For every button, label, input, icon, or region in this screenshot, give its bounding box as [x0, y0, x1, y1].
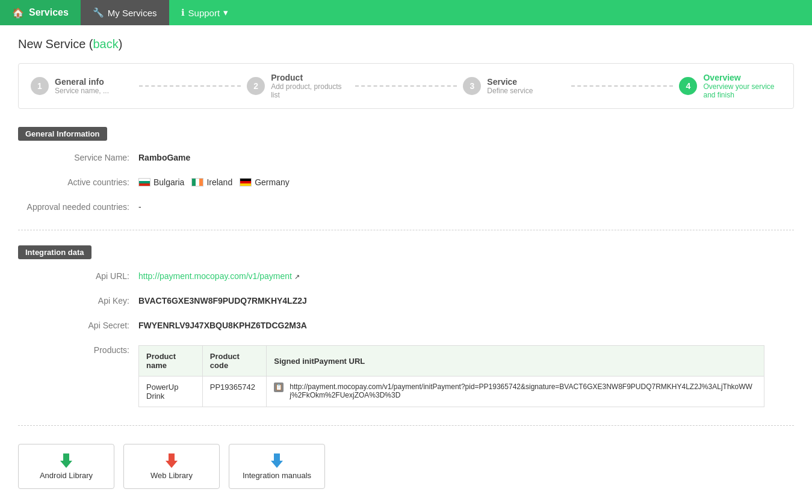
- support-chevron-icon: ▾: [223, 7, 228, 18]
- page-title-text: New Service: [18, 37, 85, 51]
- col-signed-url: Signed initPayment URL: [267, 346, 764, 376]
- web-library-label: Web Library: [150, 471, 193, 480]
- service-name-value: RamboGame: [138, 153, 794, 162]
- support-nav-item[interactable]: ℹ Support ▾: [169, 0, 241, 25]
- downloads-divider: [18, 425, 794, 426]
- step-3-subtitle: Define service: [487, 87, 533, 95]
- step-1: 1 General info Service name, ...: [31, 77, 133, 95]
- api-url-label: Api URL:: [18, 271, 138, 281]
- api-url-row: Api URL: http://payment.mocopay.com/v1/p…: [18, 271, 794, 281]
- api-key-label: Api Key:: [18, 296, 138, 306]
- flag-ie-icon: [191, 178, 203, 186]
- step-2-text: Product Add product, products list: [271, 73, 349, 99]
- android-download-icon: [60, 453, 72, 468]
- approval-value: -: [138, 202, 794, 212]
- flag-de-icon: [240, 178, 252, 186]
- products-row: Products: Product name Product code Sign…: [18, 345, 794, 407]
- products-table-container: Product name Product code Signed initPay…: [138, 345, 764, 407]
- web-download-icon: [166, 453, 178, 468]
- active-countries-label: Active countries:: [18, 177, 138, 187]
- step-4-number: 4: [679, 77, 697, 95]
- stepper: 1 General info Service name, ... 2 Produ…: [18, 63, 794, 109]
- product-name-cell: PowerUp Drink: [139, 376, 203, 407]
- api-key-row: Api Key: BVACT6GXE3NW8F9PUDQ7RMKHY4LZ2J: [18, 296, 794, 306]
- api-secret-value: FWYENRLV9J47XBQU8KPHZ6TDCG2M3A: [138, 321, 794, 330]
- step-4-text: Overview Overview your service and finis…: [703, 73, 781, 99]
- step-1-number: 1: [31, 77, 49, 95]
- step-1-subtitle: Service name, ...: [55, 87, 109, 95]
- step-2-title: Product: [271, 73, 349, 82]
- country-bulgaria-label: Bulgaria: [153, 177, 184, 187]
- api-url-link[interactable]: http://payment.mocopay.com/v1/payment: [138, 271, 292, 281]
- country-bulgaria: Bulgaria: [138, 177, 184, 187]
- support-nav-label: Support: [188, 8, 220, 18]
- external-link-icon: ↗: [294, 273, 300, 280]
- step-3-title: Service: [487, 77, 533, 87]
- service-name-row: Service Name: RamboGame: [18, 153, 794, 162]
- country-ireland-label: Ireland: [206, 177, 232, 187]
- step-divider-1: [139, 85, 241, 87]
- integration-data-label: Integration data: [18, 245, 91, 259]
- general-info-label: General Information: [18, 127, 107, 141]
- copy-icon[interactable]: 📋: [274, 383, 284, 392]
- step-4: 4 Overview Overview your service and fin…: [679, 73, 781, 99]
- step-divider-2: [355, 85, 457, 87]
- service-name-label: Service Name:: [18, 153, 138, 162]
- active-countries-row: Active countries: Bulgaria Ireland Germa…: [18, 177, 794, 187]
- table-row: PowerUp Drink PP19365742 📋 http://paymen…: [139, 376, 764, 407]
- my-services-nav-label: My Services: [108, 8, 157, 18]
- products-table: Product name Product code Signed initPay…: [138, 345, 764, 407]
- integration-data-section: Integration data Api URL: http://payment…: [18, 245, 794, 407]
- wrench-icon: 🔧: [93, 7, 104, 18]
- products-label: Products:: [18, 345, 138, 355]
- signed-url-text: http://payment.mocopay.com/v1/payment/in…: [290, 383, 757, 399]
- services-nav-label: Services: [29, 7, 69, 18]
- col-product-code: Product code: [202, 346, 267, 376]
- api-secret-label: Api Secret:: [18, 321, 138, 330]
- step-1-text: General info Service name, ...: [55, 77, 109, 95]
- section-divider: [18, 230, 794, 230]
- integration-manuals-button[interactable]: Integration manuals: [229, 444, 325, 489]
- api-secret-row: Api Secret: FWYENRLV9J47XBQU8KPHZ6TDCG2M…: [18, 321, 794, 330]
- api-url-value: http://payment.mocopay.com/v1/payment ↗: [138, 271, 794, 281]
- step-divider-3: [571, 85, 674, 87]
- home-icon: 🏠: [12, 7, 24, 19]
- step-4-title: Overview: [703, 73, 781, 82]
- info-icon: ℹ: [181, 7, 185, 18]
- web-library-button[interactable]: Web Library: [123, 444, 220, 489]
- signed-url-cell: 📋 http://payment.mocopay.com/v1/payment/…: [267, 376, 764, 407]
- page-title: New Service (back): [18, 37, 794, 51]
- step-1-title: General info: [55, 77, 109, 87]
- col-product-name: Product name: [139, 346, 203, 376]
- step-4-subtitle: Overview your service and finish: [703, 82, 781, 99]
- manuals-download-icon: [271, 453, 283, 468]
- step-2-subtitle: Add product, products list: [271, 82, 349, 99]
- api-key-value: BVACT6GXE3NW8F9PUDQ7RMKHY4LZ2J: [138, 296, 794, 306]
- step-2-number: 2: [247, 77, 265, 95]
- country-germany: Germany: [240, 177, 290, 187]
- android-library-label: Android Library: [40, 471, 93, 480]
- step-3: 3 Service Define service: [463, 77, 565, 95]
- country-ireland: Ireland: [191, 177, 232, 187]
- integration-manuals-label: Integration manuals: [243, 471, 311, 480]
- services-nav-item[interactable]: 🏠 Services: [0, 0, 81, 25]
- approval-label: Approval needed countries:: [18, 202, 138, 212]
- product-code-cell: PP19365742: [202, 376, 267, 407]
- general-info-section: General Information Service Name: RamboG…: [18, 127, 794, 212]
- country-flags: Bulgaria Ireland Germany: [138, 177, 794, 187]
- back-link[interactable]: back: [93, 37, 118, 51]
- country-germany-label: Germany: [255, 177, 290, 187]
- step-2: 2 Product Add product, products list: [247, 73, 349, 99]
- approval-row: Approval needed countries: -: [18, 202, 794, 212]
- my-services-nav-item[interactable]: 🔧 My Services: [81, 0, 169, 25]
- android-library-button[interactable]: Android Library: [18, 444, 114, 489]
- flag-bg-icon: [138, 178, 150, 186]
- step-3-text: Service Define service: [487, 77, 533, 95]
- download-section: Android Library Web Library Integration …: [18, 444, 794, 489]
- active-countries-value: Bulgaria Ireland Germany: [138, 177, 794, 187]
- step-3-number: 3: [463, 77, 481, 95]
